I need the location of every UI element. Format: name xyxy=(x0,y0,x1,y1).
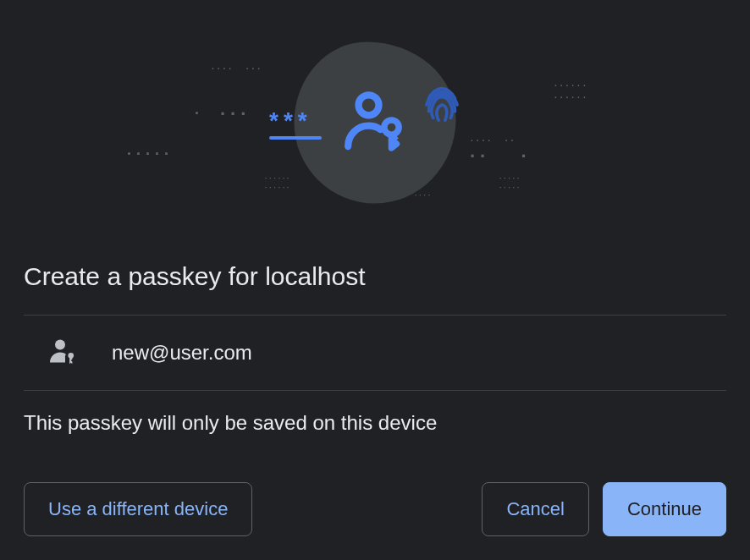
decor-dots: ·········· xyxy=(499,173,521,192)
passkey-icon xyxy=(337,83,413,162)
decor-dots: ····· xyxy=(127,144,174,165)
decor-dots: ············ xyxy=(265,173,291,192)
svg-point-3 xyxy=(68,353,74,359)
device-note: This passkey will only be saved on this … xyxy=(0,391,750,435)
svg-point-0 xyxy=(359,95,379,115)
svg-point-1 xyxy=(384,120,399,135)
continue-button[interactable]: Continue xyxy=(603,482,726,536)
decor-dots: ·· · xyxy=(470,144,532,170)
decor-dots: ···· ··· xyxy=(212,63,263,75)
asterisks-icon: *** xyxy=(269,107,322,140)
use-different-device-button[interactable]: Use a different device xyxy=(24,482,252,536)
decor-dots: ···· xyxy=(415,190,433,200)
dialog-title: Create a passkey for localhost xyxy=(0,262,750,291)
account-email: new@user.com xyxy=(112,341,252,365)
account-passkey-icon xyxy=(47,336,78,370)
cancel-button[interactable]: Cancel xyxy=(482,482,588,536)
svg-point-2 xyxy=(55,340,65,350)
passkey-illustration: ····· · ··· ···· ··· ············ ···· ·… xyxy=(0,17,750,228)
decor-dots: ··· xyxy=(220,102,251,128)
decor-dots: ············ xyxy=(554,80,589,104)
fingerprint-icon xyxy=(416,79,468,135)
decor-dots: · xyxy=(195,103,204,124)
account-row: new@user.com xyxy=(24,315,726,391)
dialog-actions: Use a different device Cancel Continue xyxy=(24,482,726,536)
